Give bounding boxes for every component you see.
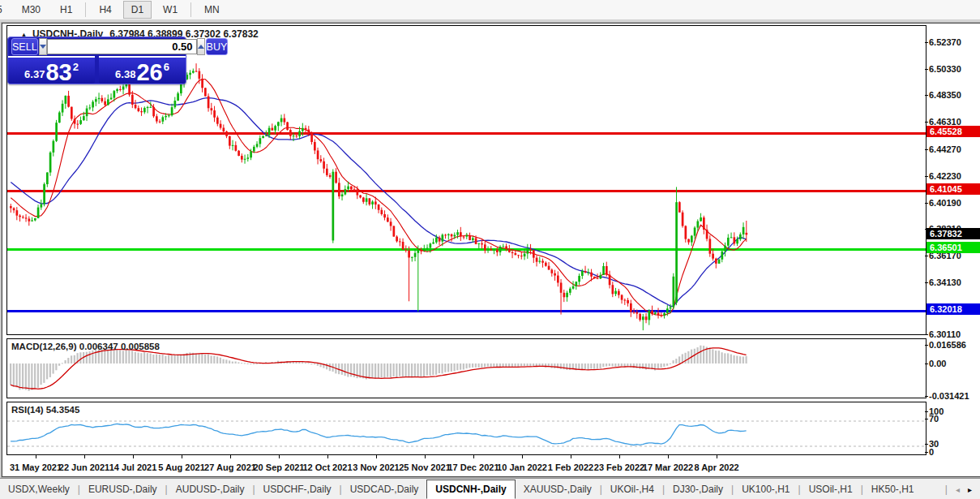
chart-window: ▲USDCNH-,Daily6.37984 6.38899 6.37302 6.… [2, 23, 980, 477]
price-axis-tick [925, 149, 928, 150]
tab-ukoil-h4[interactable]: UKOil-,H4 [602, 480, 662, 498]
price-axis-tick [925, 69, 928, 70]
date-axis-tick [230, 455, 231, 458]
timeframe-button-5[interactable]: 5 [0, 1, 11, 19]
price-axis-tick [925, 122, 928, 123]
buy-price-small: 6.38 [115, 68, 135, 80]
date-axis-tick [36, 455, 36, 458]
level-price-label: 6.45528 [927, 126, 980, 137]
timeframe-button-h1[interactable]: H1 [52, 1, 80, 19]
macd-axis-tick [925, 396, 928, 397]
rsi-axis-tick [925, 452, 928, 453]
timeframe-toolbar: 5M30H1H4D1W1MN [0, 0, 980, 20]
tab-usdcad-daily[interactable]: USDCAD-,Daily [342, 480, 427, 498]
toolbar-separator [85, 2, 86, 17]
volume-decrease-button[interactable] [39, 38, 47, 55]
rsi-indicator-label: RSI(14) 54.3545 [11, 405, 79, 415]
chart-tab-bar: USDX,Weekly|EURUSD-,Daily|AUDUSD-,Daily|… [0, 478, 980, 499]
level-price-label: 6.41045 [927, 183, 980, 195]
buy-price-sup: 6 [164, 61, 169, 73]
toolbar-separator [190, 2, 191, 17]
one-click-trade-panel: SELL BUY 6.37832 6.38266 [7, 37, 186, 84]
macd-axis-tick [925, 363, 928, 364]
rsi-axis-label: 70 [929, 414, 939, 424]
tab-separator: | [945, 484, 948, 495]
date-axis-tick [376, 455, 377, 458]
buy-price-box[interactable]: 6.38266 [99, 56, 186, 84]
macd-name: MACD(12,26,9) [11, 342, 77, 351]
level-price-label: 6.36501 [927, 242, 980, 253]
sell-price-box[interactable]: 6.37832 [8, 56, 95, 84]
price-axis-tick [925, 203, 928, 204]
date-axis-tick [717, 455, 717, 458]
arrow-down-icon [40, 45, 46, 49]
tab-usoil-h1[interactable]: USOil-,H1 [801, 480, 861, 498]
trade-panel-top-row: SELL BUY [8, 37, 186, 56]
tab-eurusd-daily[interactable]: EURUSD-,Daily [80, 480, 165, 498]
arrow-up-icon [198, 45, 204, 49]
rsi-name: RSI(14) [11, 405, 44, 415]
price-axis-tick [925, 334, 928, 335]
price-axis-label: 6.48350 [929, 90, 961, 100]
date-axis-tick [327, 455, 328, 458]
level-price-label: 6.32018 [927, 303, 980, 315]
tab-scroll-arrows: |◂▸ [937, 484, 980, 495]
tab-scroll-right-icon[interactable]: ▸ [968, 485, 972, 494]
buy-price-big: 26 [136, 62, 162, 83]
tab-xauusd-daily[interactable]: XAUUSD-,Daily [516, 480, 600, 498]
price-axis-tick [925, 42, 928, 43]
rsi-value: 54.3545 [46, 405, 80, 415]
macd-axis-label: 0.016586 [929, 340, 966, 350]
sell-button[interactable]: SELL [11, 38, 38, 55]
volume-input[interactable] [47, 39, 197, 54]
price-axis-label: 6.40190 [929, 198, 961, 208]
macd-values: 0.006347 0.005858 [79, 342, 160, 351]
timeframe-button-d1[interactable]: D1 [123, 1, 152, 19]
date-axis-label: 8 Apr 2022 [687, 462, 747, 472]
date-axis-tick [84, 455, 85, 458]
date-axis-tick [133, 455, 134, 458]
macd-axis-label: 0.00 [929, 359, 946, 368]
sell-price-big: 83 [45, 62, 71, 83]
tab-audusd-daily[interactable]: AUDUSD-,Daily [168, 480, 253, 498]
tab-usdx-weekly[interactable]: USDX,Weekly [0, 480, 78, 498]
tab-usdchf-daily[interactable]: USDCHF-,Daily [255, 480, 340, 498]
price-axis-label: 6.50330 [929, 64, 961, 74]
price-axis-label: 6.44270 [929, 144, 961, 154]
price-axis-tick [925, 176, 928, 177]
tab-uk100-h1[interactable]: UK100-,H1 [734, 480, 798, 498]
tab-dj30-daily[interactable]: DJ30-,Daily [665, 480, 731, 498]
price-axis-label: 6.52370 [929, 37, 961, 47]
date-axis-tick [473, 455, 474, 458]
date-axis-tick [182, 455, 182, 458]
rsi-axis-tick [925, 411, 928, 412]
price-axis-label: 6.42230 [929, 171, 961, 181]
sell-price-sup: 2 [73, 61, 79, 73]
rsi-pane-canvas[interactable] [6, 402, 927, 455]
timeframe-button-m30[interactable]: M30 [14, 1, 49, 19]
tab-scroll-left-icon[interactable]: ◂ [956, 485, 960, 494]
date-axis-tick [571, 455, 571, 458]
price-axis-label: 6.30110 [929, 329, 961, 339]
sell-price-small: 6.37 [24, 68, 45, 80]
rsi-axis-label: 0 [929, 447, 934, 457]
date-axis-tick [668, 455, 669, 458]
buy-button[interactable]: BUY [206, 38, 229, 55]
date-axis-tick [279, 455, 280, 458]
trading-app: 5M30H1H4D1W1MN ▲USDCNH-,Daily6.37984 6.3… [0, 0, 980, 499]
price-axis-label: 6.34130 [929, 277, 961, 287]
volume-increase-button[interactable] [197, 38, 205, 55]
macd-indicator-label: MACD(12,26,9) 0.006347 0.005858 [11, 342, 160, 351]
timeframe-button-h4[interactable]: H4 [91, 1, 119, 19]
tab-usdcnh-daily[interactable]: USDCNH-,Daily [426, 480, 515, 499]
price-axis-tick [925, 256, 928, 256]
date-axis-tick [619, 455, 620, 458]
price-axis-tick [925, 282, 928, 283]
timeframe-button-mn[interactable]: MN [196, 1, 228, 19]
timeframe-button-w1[interactable]: W1 [155, 1, 186, 19]
tab-hk50-h1[interactable]: HK50-,H1 [863, 480, 922, 498]
macd-axis-tick [925, 345, 928, 346]
date-axis-tick [522, 455, 523, 458]
rsi-axis-tick [925, 444, 928, 445]
current-price-label: 6.37832 [927, 228, 980, 239]
